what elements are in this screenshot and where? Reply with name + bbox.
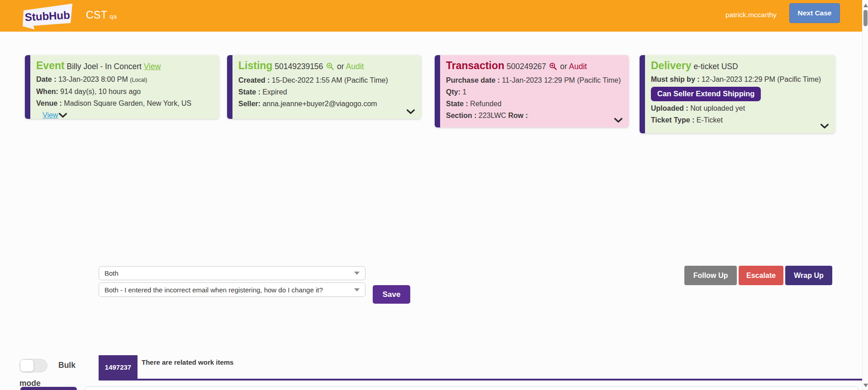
transaction-qty-row: Qty: 1: [446, 86, 621, 98]
delivery-card-title: Delivery: [651, 60, 692, 71]
delivery-type: e-ticket USD: [693, 62, 738, 71]
chevron-down-icon[interactable]: [59, 110, 67, 122]
event-when-row: When: 914 day(s), 10 hours ago: [36, 86, 212, 98]
topic-select-value: Both - I entered the incorrect email whe…: [104, 286, 323, 294]
related-work-items-text: There are related work items: [142, 358, 233, 366]
category-select-value: Both: [104, 269, 119, 277]
listing-state-row: State : Expired: [238, 86, 414, 98]
delivery-extend-row: Can Seller Extend Shipping: [651, 85, 828, 103]
event-venue-row: Venue : Madison Square Garden, New York,…: [36, 98, 212, 122]
event-date-suffix: (Local): [130, 77, 147, 83]
scrollbar-down-icon[interactable]: [863, 384, 868, 387]
transaction-id: 500249267: [507, 62, 546, 71]
transaction-purchase-row: Purchase date : 11-Jan-2023 12:29 PM (Pa…: [446, 75, 621, 86]
transaction-audit-link[interactable]: Audit: [569, 62, 587, 71]
vertical-scrollbar[interactable]: [862, 0, 868, 390]
wrap-up-form: Both Both - I entered the incorrect emai…: [99, 266, 515, 307]
toggle-knob-icon: [20, 359, 34, 372]
save-button[interactable]: Save: [373, 285, 410, 304]
svg-text:StubHub: StubHub: [24, 9, 70, 23]
delivery-card-header: Delivery e-ticket USD: [651, 58, 828, 74]
chevron-down-icon[interactable]: [614, 118, 622, 123]
next-case-button[interactable]: Next Case: [789, 3, 840, 23]
wrap-up-button[interactable]: Wrap Up: [785, 266, 832, 285]
event-card: Event Billy Joel - In Concert View Date …: [25, 55, 219, 119]
event-date-row: Date : 13-Jan-2023 8:00 PM (Local): [36, 74, 212, 86]
transaction-card-title: Transaction: [446, 60, 504, 71]
scrollbar-thumb[interactable]: [863, 10, 868, 26]
case-action-buttons: Follow Up Escalate Wrap Up: [684, 266, 832, 285]
listing-seller-row: Seller: anna.jeanne+buyer2@viagogo.com: [238, 98, 414, 110]
dropdown-caret-icon: [354, 272, 360, 275]
transaction-card-header: Transaction 500249267 or Audit: [446, 58, 621, 75]
follow-up-button[interactable]: Follow Up: [684, 266, 737, 285]
listing-card-title: Listing: [238, 60, 272, 71]
bottom-partial-panel: [85, 386, 859, 390]
listing-created-row: Created : 15-Dec-2022 1:55 AM (Pacific T…: [238, 75, 414, 86]
chevron-down-icon[interactable]: [407, 109, 415, 114]
zoom-in-icon[interactable]: [549, 60, 557, 75]
work-item-tab-underline: [99, 379, 863, 381]
listing-id: 50149239156: [275, 62, 323, 71]
event-view-link[interactable]: View: [144, 62, 161, 71]
category-select[interactable]: Both: [99, 266, 365, 280]
bottom-partial-button[interactable]: [20, 387, 77, 390]
delivery-uploaded-row: Uploaded : Not uploaded yet: [651, 103, 828, 114]
topic-select[interactable]: Both - I entered the incorrect email whe…: [99, 282, 365, 297]
scrollbar-up-icon[interactable]: [863, 4, 868, 7]
listing-or-text: or: [337, 62, 344, 71]
chevron-down-icon[interactable]: [821, 124, 829, 129]
bulk-mode-control: Bulk mode: [19, 356, 88, 390]
event-card-title: Event: [36, 60, 65, 71]
delivery-card: Delivery e-ticket USD Must ship by : 12-…: [640, 55, 835, 133]
app-title: CSTqa: [86, 9, 117, 21]
transaction-state-row: State : Refunded: [446, 98, 621, 110]
app-subtitle: qa: [110, 13, 117, 20]
work-item-tab[interactable]: 1497237: [99, 355, 138, 379]
stubhub-logo[interactable]: StubHub: [20, 3, 75, 30]
top-header-bar: StubHub CSTqa patrick.mccarthy Next Case: [0, 0, 862, 32]
bulk-mode-toggle[interactable]: [19, 359, 47, 372]
listing-audit-link[interactable]: Audit: [346, 62, 364, 71]
listing-card: Listing 50149239156 or Audit Created : 1…: [227, 55, 421, 119]
can-seller-extend-shipping-button[interactable]: Can Seller Extend Shipping: [651, 87, 761, 101]
zoom-in-icon[interactable]: [326, 60, 334, 75]
event-card-header: Event Billy Joel - In Concert View: [36, 58, 212, 74]
escalate-button[interactable]: Escalate: [739, 266, 783, 285]
logged-in-username: patrick.mccarthy: [726, 11, 777, 19]
delivery-ticket-type-row: Ticket Type : E-Ticket: [651, 114, 828, 126]
dropdown-caret-icon: [354, 288, 360, 291]
transaction-section-row: Section : 223LWC Row :: [446, 110, 621, 122]
delivery-ship-row: Must ship by : 12-Jan-2023 12:29 PM (Pac…: [651, 74, 828, 85]
venue-view-link[interactable]: View: [43, 111, 58, 119]
summary-cards-row: Event Billy Joel - In Concert View Date …: [25, 55, 835, 133]
transaction-card: Transaction 500249267 or Audit Purchase …: [435, 55, 629, 127]
listing-card-header: Listing 50149239156 or Audit: [238, 58, 414, 75]
event-name: Billy Joel - In Concert: [67, 62, 142, 71]
transaction-or-text: or: [560, 62, 567, 71]
